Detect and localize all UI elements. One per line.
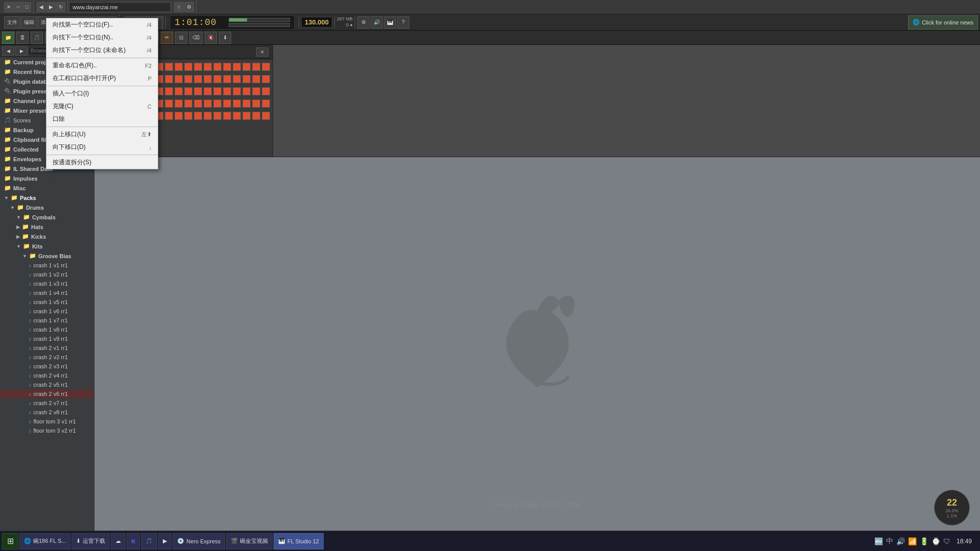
menu-item-move-down[interactable]: 向下移口(D) ↓ bbox=[46, 141, 158, 154]
beat-cell[interactable] bbox=[213, 99, 222, 108]
sidebar-fwd-btn[interactable]: ▶ bbox=[15, 46, 28, 56]
sidebar-item-crash1v3[interactable]: ♪ crash 1 v3 rr1 bbox=[0, 279, 94, 288]
sidebar-item-kicks[interactable]: ▶ 📁 Kicks bbox=[0, 232, 94, 241]
mute-btn[interactable]: 🔇 bbox=[205, 32, 217, 44]
taskbar-app-fl-studio[interactable]: 🎹 FL Studio 12 bbox=[274, 533, 324, 549]
sidebar-item-crash1v8[interactable]: ♪ crash 1 v8 rr1 bbox=[0, 325, 94, 334]
sidebar-item-floor-tom1[interactable]: ♪ floor tom 3 v1 rr1 bbox=[0, 417, 94, 426]
file-menu[interactable]: 文件 bbox=[4, 16, 20, 29]
sidebar-item-crash1v2[interactable]: ♪ crash 1 v2 rr1 bbox=[0, 270, 94, 279]
sidebar-item-crash2v5[interactable]: ♪ crash 2 v5 rr1 bbox=[0, 380, 94, 389]
beat-cell[interactable] bbox=[262, 63, 270, 71]
beat-cell[interactable] bbox=[252, 112, 260, 120]
back-btn[interactable]: ◀ bbox=[37, 2, 46, 12]
beat-cell[interactable] bbox=[242, 112, 251, 120]
taskbar-app-nero[interactable]: 💿 Nero Express bbox=[173, 533, 225, 549]
beat-cell[interactable] bbox=[242, 63, 251, 71]
beat-cell[interactable] bbox=[204, 75, 212, 83]
volume-indicator[interactable]: 22 26.6% 1.1% bbox=[934, 490, 970, 525]
beat-cell[interactable] bbox=[233, 99, 241, 108]
sys-tray-icon-7[interactable]: 🛡 bbox=[942, 536, 951, 546]
beat-cell[interactable] bbox=[194, 99, 202, 108]
taskbar-app-browser[interactable]: 🌐 碗186 FL S... bbox=[19, 533, 70, 549]
beat-cell[interactable] bbox=[262, 99, 270, 108]
sidebar-item-crash1v1[interactable]: ♪ crash 1 v1 rr1 bbox=[0, 261, 94, 270]
beat-cell[interactable] bbox=[242, 75, 251, 83]
beat-cell[interactable] bbox=[204, 112, 212, 120]
beat-cell[interactable] bbox=[184, 75, 192, 83]
sidebar-item-crash2v8[interactable]: ♪ crash 2 v8 rr1 bbox=[0, 408, 94, 417]
sidebar-item-crash2v3[interactable]: ♪ crash 2 v3 rr1 bbox=[0, 362, 94, 371]
start-button[interactable]: ⊞ bbox=[2, 533, 18, 549]
taskbar-app-cloud[interactable]: ☁ bbox=[111, 533, 126, 549]
beat-cell[interactable] bbox=[165, 63, 173, 71]
audio-btn[interactable]: 🔊 bbox=[371, 16, 383, 29]
sys-tray-icon-4[interactable]: 📶 bbox=[907, 536, 918, 546]
edit-menu[interactable]: 编辑 bbox=[21, 16, 37, 29]
close-btn[interactable]: ✕ bbox=[4, 2, 13, 12]
beat-cell[interactable] bbox=[204, 87, 212, 95]
menu-item-move-up[interactable]: 向上移口(U) 左⬆ bbox=[46, 128, 158, 141]
refresh-btn[interactable]: ↻ bbox=[56, 2, 65, 12]
menu-item-insert[interactable]: 插入一个口(I) bbox=[46, 87, 158, 100]
beat-cell[interactable] bbox=[165, 112, 173, 120]
beat-cell[interactable] bbox=[165, 87, 173, 95]
menu-item-clone[interactable]: 克隆(C) C bbox=[46, 100, 158, 113]
browser-toggle[interactable]: 📁 bbox=[2, 32, 14, 44]
beat-cell[interactable] bbox=[194, 87, 202, 95]
beat-cell[interactable] bbox=[213, 112, 222, 120]
beat-cell[interactable] bbox=[213, 75, 222, 83]
beat-cell[interactable] bbox=[252, 75, 260, 83]
beat-cell[interactable] bbox=[233, 87, 241, 95]
sidebar-item-crash1v4[interactable]: ♪ crash 1 v4 rr1 bbox=[0, 288, 94, 297]
sidebar-item-crash2v4[interactable]: ♪ crash 2 v4 rr1 bbox=[0, 371, 94, 380]
beat-cell[interactable] bbox=[233, 112, 241, 120]
beat-cell[interactable] bbox=[252, 63, 260, 71]
sidebar-item-drums[interactable]: ▼ 📁 Drums bbox=[0, 203, 94, 212]
download-btn[interactable]: ⬇ bbox=[219, 32, 231, 44]
select-btn[interactable]: ⊡ bbox=[175, 32, 187, 44]
news-bar[interactable]: 🌐 Click for online news bbox=[908, 15, 978, 30]
sidebar-item-crash1v5[interactable]: ♪ crash 1 v5 rr1 bbox=[0, 297, 94, 307]
sys-tray-icon-3[interactable]: 🔊 bbox=[895, 536, 906, 546]
settings-tool-btn[interactable]: ⚙ bbox=[357, 16, 370, 29]
sidebar-item-misc[interactable]: 📁 Misc bbox=[0, 183, 94, 193]
menu-item-split-by-channel[interactable]: 按通道拆分(S) bbox=[46, 156, 158, 169]
draw-btn[interactable]: ✏ bbox=[161, 32, 173, 44]
beat-cell[interactable] bbox=[184, 112, 192, 120]
beat-cell[interactable] bbox=[175, 99, 183, 108]
url-bar[interactable] bbox=[69, 2, 171, 12]
min-btn[interactable]: ─ bbox=[14, 2, 22, 12]
midi-btn[interactable]: 🎹 bbox=[384, 16, 396, 29]
beat-cell[interactable] bbox=[194, 112, 202, 120]
beat-cell[interactable] bbox=[233, 75, 241, 83]
sidebar-item-crash1v6[interactable]: ♪ crash 1 v6 rr1 bbox=[0, 307, 94, 316]
sidebar-item-floor-tom2[interactable]: ♪ floor tom 3 v2 rr1 bbox=[0, 426, 94, 435]
beat-cell[interactable] bbox=[223, 87, 231, 95]
beat-cell[interactable] bbox=[184, 63, 192, 71]
taskbar-app-play[interactable]: ▶ bbox=[158, 533, 172, 549]
beat-cell[interactable] bbox=[165, 75, 173, 83]
sidebar-item-cymbals[interactable]: ▼ 📁 Cymbals bbox=[0, 212, 94, 222]
taskbar-app-k[interactable]: K bbox=[127, 533, 140, 549]
sys-tray-icon-1[interactable]: 🔤 bbox=[873, 536, 884, 546]
taskbar-app-download[interactable]: ⬇ 运雷下载 bbox=[71, 533, 110, 549]
beat-cell[interactable] bbox=[175, 112, 183, 120]
beat-cell[interactable] bbox=[223, 63, 231, 71]
beat-cell[interactable] bbox=[165, 99, 173, 108]
sys-tray-icon-6[interactable]: ⌚ bbox=[930, 536, 941, 546]
sidebar-item-crash1v7[interactable]: ♪ crash 1 v7 rr1 bbox=[0, 316, 94, 325]
beat-cell[interactable] bbox=[223, 112, 231, 120]
menu-item-open-in-editor[interactable]: 在工程口口器中打开(P) P bbox=[46, 72, 158, 85]
sidebar-item-impulses[interactable]: 📁 Impulses bbox=[0, 173, 94, 183]
beat-cell[interactable] bbox=[175, 75, 183, 83]
sidebar-item-crash2v6[interactable]: ♪ crash 2 v6 rr1 bbox=[0, 389, 94, 398]
beat-cell[interactable] bbox=[213, 63, 222, 71]
beat-cell[interactable] bbox=[213, 87, 222, 95]
beat-cell[interactable] bbox=[184, 99, 192, 108]
beat-cell[interactable] bbox=[184, 87, 192, 95]
mixer-btn[interactable]: 🎛 bbox=[16, 32, 29, 44]
help-icon-btn[interactable]: ? bbox=[397, 16, 409, 29]
piano-roll-btn[interactable]: 🎵 bbox=[31, 32, 43, 44]
menu-item-find-unnamed[interactable]: 向找下一个空口位 (未命名) /4 bbox=[46, 44, 158, 57]
